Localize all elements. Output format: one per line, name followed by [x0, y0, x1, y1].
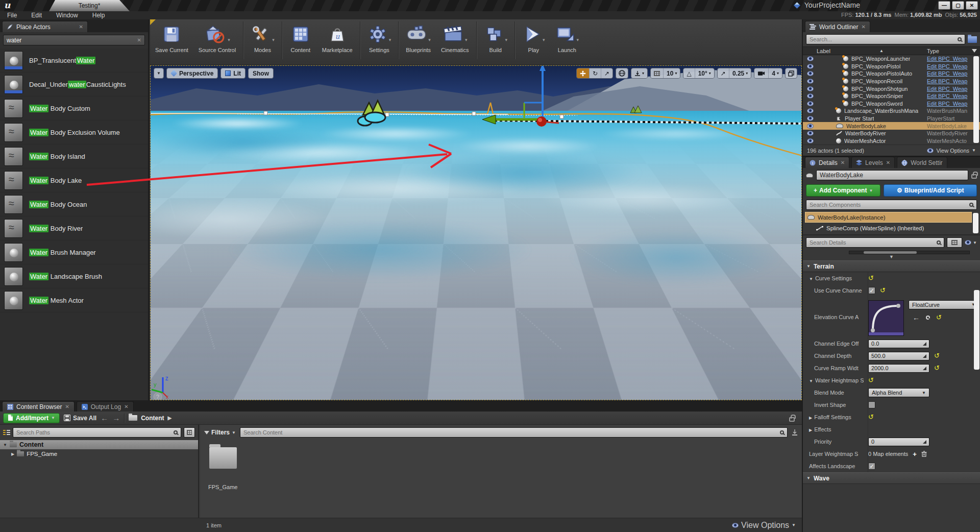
outliner-row[interactable]: WaterMeshActorWaterMeshActo	[803, 137, 980, 145]
visibility-eye-icon[interactable]	[807, 56, 814, 61]
affects-landscape-checkbox[interactable]: ✓	[868, 463, 875, 470]
add-component-button[interactable]: +Add Component▼	[806, 184, 880, 197]
section-terrain[interactable]: ▼Terrain	[803, 260, 980, 272]
close-icon[interactable]: ✕	[841, 160, 845, 165]
list-item[interactable]: BP_TranslucentWater	[0, 49, 148, 72]
edit-blueprint-link[interactable]: Edit BPC_Weap	[927, 93, 974, 99]
perspective-button[interactable]: Perspective	[166, 68, 218, 79]
settings-button[interactable]: ▾ Settings	[362, 19, 397, 53]
outliner-row[interactable]: BPC_WeaponLauncherEdit BPC_Weap	[803, 55, 980, 63]
curve-asset-dropdown[interactable]: FloatCurve▼	[909, 300, 979, 309]
details-expander-icon[interactable]: ▼	[803, 254, 980, 260]
add-import-button[interactable]: Add/Import▼	[3, 413, 60, 423]
show-button[interactable]: Show	[248, 68, 274, 79]
reset-icon[interactable]: ↺	[936, 315, 942, 320]
list-item[interactable]: Water Body River	[0, 216, 148, 240]
visibility-eye-icon[interactable]	[807, 79, 814, 84]
build-button[interactable]: ▾ Build	[479, 19, 513, 53]
tab-place-actors[interactable]: Place Actors ✕	[2, 21, 88, 32]
search-paths-input[interactable]	[16, 429, 174, 436]
field-expander-icon[interactable]	[923, 354, 926, 358]
browse-icon[interactable]	[926, 316, 930, 320]
field-expander-icon[interactable]	[923, 440, 926, 444]
outliner-row[interactable]: Landscape_WaterBrushManaWaterBrushMan	[803, 107, 980, 115]
close-icon[interactable]: ✕	[65, 404, 69, 409]
filters-button[interactable]: Filters▼	[204, 429, 236, 436]
list-item[interactable]: Decal_UnderwaterCausticLights	[0, 72, 148, 96]
create-folder-icon[interactable]	[968, 36, 977, 43]
forward-icon[interactable]: →	[112, 414, 120, 422]
place-actors-search-input[interactable]	[4, 37, 137, 44]
level-tab[interactable]: Testing*	[49, 0, 130, 11]
reset-icon[interactable]: ↺	[934, 353, 940, 358]
surface-snap-button[interactable]: ▾	[631, 68, 647, 78]
asset-tile-fps-game[interactable]: FPS_Game	[200, 440, 237, 490]
field-expander-icon[interactable]	[923, 367, 926, 370]
outliner-row[interactable]: BPC_WeaponRecoilEdit BPC_Weap	[803, 78, 980, 85]
paths-view-button[interactable]	[184, 427, 195, 438]
priority-field[interactable]: 0	[868, 438, 929, 446]
edit-blueprint-link[interactable]: Edit BPC_Weap	[927, 78, 974, 84]
world-local-toggle[interactable]	[616, 68, 628, 79]
save-all-button[interactable]: Save All	[64, 415, 96, 422]
blend-mode-dropdown[interactable]: Alpha Blend▼	[868, 388, 929, 397]
restore-button[interactable]: ▢	[952, 1, 964, 10]
outliner-row[interactable]: BPC_WeaponPistolAutoEdit BPC_Weap	[803, 70, 980, 78]
visibility-eye-icon[interactable]	[807, 131, 814, 136]
curve-asset-thumbnail[interactable]	[868, 300, 904, 336]
close-icon[interactable]: ✕	[79, 24, 83, 30]
visibility-eye-icon[interactable]	[807, 86, 814, 91]
visibility-eye-icon[interactable]	[807, 108, 814, 113]
viewport-options-button[interactable]: ▼	[154, 68, 164, 79]
source-control-button[interactable]: ▾ Source Control	[193, 19, 241, 53]
property-matrix-button[interactable]	[947, 237, 962, 248]
list-item[interactable]: Water Landscape Brush	[0, 264, 148, 288]
visibility-eye-icon[interactable]	[807, 116, 814, 121]
visibility-eye-icon[interactable]	[807, 138, 814, 143]
lock-icon[interactable]	[971, 174, 977, 179]
rotation-snap-toggle[interactable]: △	[683, 68, 695, 78]
outliner-row[interactable]: BPC_WeaponSniperEdit BPC_Weap	[803, 92, 980, 100]
outliner-row[interactable]: BPC_WeaponShotgunEdit BPC_Weap	[803, 85, 980, 92]
edit-blueprint-link[interactable]: Edit BPC_Weap	[927, 63, 974, 69]
visibility-eye-icon[interactable]	[807, 93, 814, 99]
maximize-viewport-button[interactable]	[785, 68, 797, 79]
content-view-options[interactable]: View Options▼	[732, 521, 796, 530]
visibility-eye-icon[interactable]	[807, 101, 814, 106]
breadcrumb[interactable]: Content ▶	[129, 415, 172, 422]
blueprints-button[interactable]: ▾ Blueprints	[401, 19, 436, 53]
edit-blueprint-link[interactable]: Edit BPC_Weap	[927, 86, 974, 92]
use-curve-channel-checkbox[interactable]: ✓	[868, 287, 875, 294]
add-element-icon[interactable]: +	[913, 450, 917, 458]
trash-icon[interactable]	[921, 451, 927, 457]
search-content-input[interactable]	[243, 429, 780, 436]
outliner-row[interactable]: BPC_WeaponSwordEdit BPC_Weap	[803, 100, 980, 108]
launch-button[interactable]: ▾ Launch	[550, 19, 584, 53]
tree-item-content[interactable]: ▼ Content	[0, 440, 198, 449]
actor-name-input[interactable]	[820, 172, 965, 179]
tab-content-browser[interactable]: Content Browser✕	[2, 401, 75, 412]
component-row-selected[interactable]: WaterBodyLake(Instance)	[805, 212, 972, 223]
cinematics-button[interactable]: ▾ Cinematics	[436, 19, 474, 53]
details-view-options[interactable]: ▼	[965, 240, 977, 245]
reset-icon[interactable]: ↺	[868, 378, 874, 383]
reset-icon[interactable]: ↺	[880, 288, 886, 293]
grid-snap-toggle[interactable]	[651, 68, 664, 78]
close-button[interactable]: ✕	[966, 1, 978, 10]
blueprint-add-script-button[interactable]: ⚙Blueprint/Add Script	[884, 184, 977, 197]
modes-button[interactable]: ▾ Modes	[246, 19, 280, 53]
section-wave[interactable]: ▼Wave	[803, 472, 980, 484]
visibility-eye-icon[interactable]	[807, 64, 814, 69]
channel-depth-field[interactable]: 500.0	[868, 352, 929, 360]
outliner-search-input[interactable]	[810, 36, 958, 42]
menu-edit[interactable]: Edit	[24, 12, 49, 19]
close-icon[interactable]: ✕	[124, 404, 128, 409]
tree-item-fps-game[interactable]: ▶ FPS_Game	[0, 449, 198, 458]
content-button[interactable]: Content	[284, 19, 317, 53]
menu-window[interactable]: Window	[49, 12, 85, 19]
marketplace-button[interactable]: u Marketplace	[317, 19, 358, 53]
visibility-eye-icon[interactable]	[807, 124, 814, 129]
outliner-view-options[interactable]: View Options▼	[927, 148, 976, 154]
search-details-input[interactable]	[810, 239, 937, 246]
lock-icon[interactable]	[789, 417, 795, 422]
